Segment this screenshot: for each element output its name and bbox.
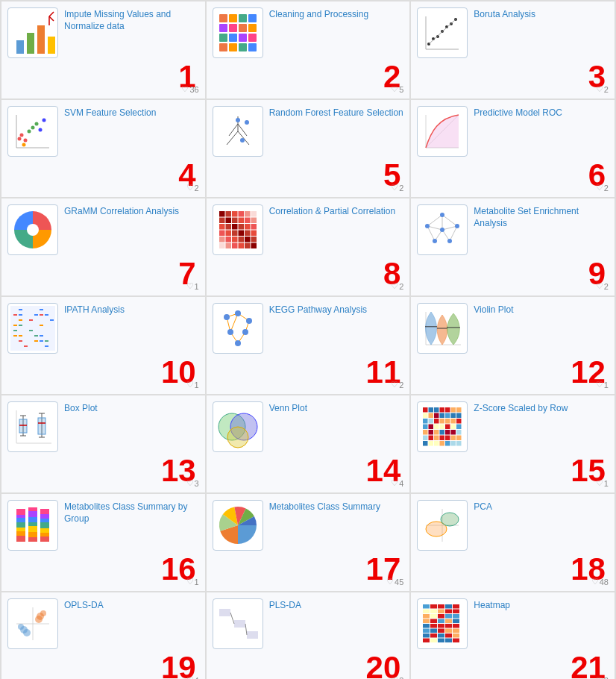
card-likes[interactable]: ♡2 xyxy=(186,183,199,193)
card-title[interactable]: Violin Plot xyxy=(474,303,609,316)
card-likes[interactable]: ♡1 xyxy=(596,380,609,389)
card-20[interactable]: PLS-DA20♡3 xyxy=(207,592,410,679)
likes-count: 3 xyxy=(604,676,609,680)
svg-rect-129 xyxy=(40,309,43,310)
svg-rect-217 xyxy=(445,436,450,441)
card-16[interactable]: Metabolites Class Summary by Group16♡1 xyxy=(1,494,205,591)
card-likes[interactable]: ♡2 xyxy=(391,281,403,291)
card-title[interactable]: Box Plot xyxy=(64,401,199,415)
card-6[interactable]: Predictive Model ROC6♡2 xyxy=(411,100,615,197)
card-thumbnail xyxy=(7,401,58,452)
svg-rect-2 xyxy=(27,33,34,54)
card-title[interactable]: IPATH Analysis xyxy=(64,303,199,316)
svg-rect-131 xyxy=(40,325,43,326)
card-title[interactable]: Correlation & Partial Correlation xyxy=(269,204,404,218)
card-9[interactable]: Metabolite Set Enrichment Analysis9♡2 xyxy=(411,198,615,295)
card-title[interactable]: OPLS-DA xyxy=(64,598,199,612)
card-likes[interactable]: ♡3 xyxy=(186,478,199,488)
card-title[interactable]: Random Forest Feature Selection xyxy=(269,106,404,119)
card-title[interactable]: Boruta Analysis xyxy=(474,7,609,21)
card-14[interactable]: Venn Plot14♡4 xyxy=(207,395,410,492)
card-thumbnail xyxy=(7,598,58,649)
svg-rect-89 xyxy=(251,237,257,242)
svg-rect-198 xyxy=(456,419,462,424)
svg-rect-80 xyxy=(232,231,238,237)
card-likes[interactable]: ♡1 xyxy=(596,478,609,488)
svg-rect-215 xyxy=(434,436,439,441)
svg-rect-279 xyxy=(445,610,452,614)
card-likes[interactable]: ♡2 xyxy=(596,281,609,291)
heart-icon: ♡ xyxy=(591,577,599,586)
card-title[interactable]: Cleaning and Processing xyxy=(269,7,404,21)
card-likes[interactable]: ♡36 xyxy=(181,84,198,94)
card-12[interactable]: Violin Plot12♡1 xyxy=(411,297,615,394)
card-title[interactable]: GRaMM Correlation Analysis xyxy=(64,204,199,218)
card-title[interactable]: KEGG Pathway Analysis xyxy=(269,303,404,316)
card-4[interactable]: SVM Feature Selection4♡2 xyxy=(1,100,205,197)
svg-rect-178 xyxy=(423,407,428,413)
card-bottom-section: 17 xyxy=(213,554,404,585)
card-2[interactable]: Cleaning and Processing2♡5 xyxy=(207,1,410,98)
card-title[interactable]: Impute Missing Values and Normalize data xyxy=(64,7,199,32)
svg-rect-214 xyxy=(429,436,434,441)
card-top-section: Impute Missing Values and Normalize data xyxy=(7,7,199,58)
card-7[interactable]: GRaMM Correlation Analysis7♡1 xyxy=(1,198,205,295)
card-likes[interactable]: ♡2 xyxy=(391,380,403,389)
card-likes[interactable]: ♡2 xyxy=(596,183,609,193)
card-likes[interactable]: ♡1 xyxy=(186,380,199,389)
svg-rect-291 xyxy=(423,624,430,628)
card-likes[interactable]: ♡1 xyxy=(186,281,199,291)
svg-rect-191 xyxy=(456,413,462,419)
card-title[interactable]: Predictive Model ROC xyxy=(474,106,609,119)
card-title[interactable]: Metabolites Class Summary xyxy=(269,500,404,513)
likes-count: 2 xyxy=(604,184,609,193)
card-title[interactable]: Venn Plot xyxy=(269,401,404,415)
card-21[interactable]: Heatmap21♡3 xyxy=(411,592,615,679)
card-likes[interactable]: ♡2 xyxy=(596,84,609,94)
card-likes[interactable]: ♡48 xyxy=(591,577,609,586)
card-5[interactable]: Random Forest Feature Selection5♡2 xyxy=(207,100,410,197)
svg-rect-284 xyxy=(445,614,452,619)
card-title[interactable]: SVM Feature Selection xyxy=(64,106,199,119)
card-bottom-section: 12 xyxy=(417,357,609,388)
svg-rect-179 xyxy=(429,407,434,413)
svg-rect-1 xyxy=(16,40,24,54)
card-likes[interactable]: ♡3 xyxy=(596,675,609,679)
card-13[interactable]: Box Plot13♡3 xyxy=(1,395,205,492)
card-likes[interactable]: ♡45 xyxy=(386,577,403,586)
card-likes[interactable]: ♡2 xyxy=(391,183,403,193)
card-8[interactable]: Correlation & Partial Correlation8♡2 xyxy=(207,198,410,295)
svg-rect-231 xyxy=(16,522,25,528)
likes-count: 1 xyxy=(604,479,609,488)
svg-rect-65 xyxy=(251,211,257,217)
card-19[interactable]: OPLS-DA19♡4 xyxy=(1,592,205,679)
card-1[interactable]: Impute Missing Values and Normalize data… xyxy=(1,1,205,98)
card-likes[interactable]: ♡3 xyxy=(391,675,403,679)
card-10[interactable]: IPATH Analysis10♡1 xyxy=(1,297,205,394)
card-likes[interactable]: ♡1 xyxy=(186,577,199,586)
card-likes[interactable]: ♡4 xyxy=(391,478,403,488)
svg-rect-296 xyxy=(423,629,430,633)
card-likes[interactable]: ♡5 xyxy=(391,84,403,94)
card-bottom-section: 3 xyxy=(417,61,609,93)
card-title[interactable]: PLS-DA xyxy=(269,598,404,612)
card-thumbnail xyxy=(7,204,58,255)
likes-count: 3 xyxy=(399,676,403,680)
card-3[interactable]: Boruta Analysis3♡2 xyxy=(411,1,615,98)
card-15[interactable]: Z-Score Scaled by Row15♡1 xyxy=(411,395,615,492)
svg-rect-116 xyxy=(13,335,17,337)
card-top-section: Metabolites Class Summary by Group xyxy=(7,500,199,551)
card-likes[interactable]: ♡4 xyxy=(186,675,199,679)
card-11[interactable]: KEGG Pathway Analysis11♡2 xyxy=(207,297,410,394)
card-top-section: Heatmap xyxy=(417,598,609,649)
card-title[interactable]: Heatmap xyxy=(474,598,609,612)
card-title[interactable]: Metabolite Set Enrichment Analysis xyxy=(474,204,609,229)
card-title[interactable]: PCA xyxy=(474,500,609,513)
svg-rect-190 xyxy=(451,413,456,419)
card-title[interactable]: Z-Score Scaled by Row xyxy=(474,401,609,415)
card-17[interactable]: Metabolites Class Summary17♡45 xyxy=(207,494,410,591)
card-title[interactable]: Metabolites Class Summary by Group xyxy=(64,500,199,525)
card-18[interactable]: PCA18♡48 xyxy=(411,494,615,591)
svg-rect-301 xyxy=(423,633,430,638)
card-thumbnail xyxy=(417,303,468,354)
